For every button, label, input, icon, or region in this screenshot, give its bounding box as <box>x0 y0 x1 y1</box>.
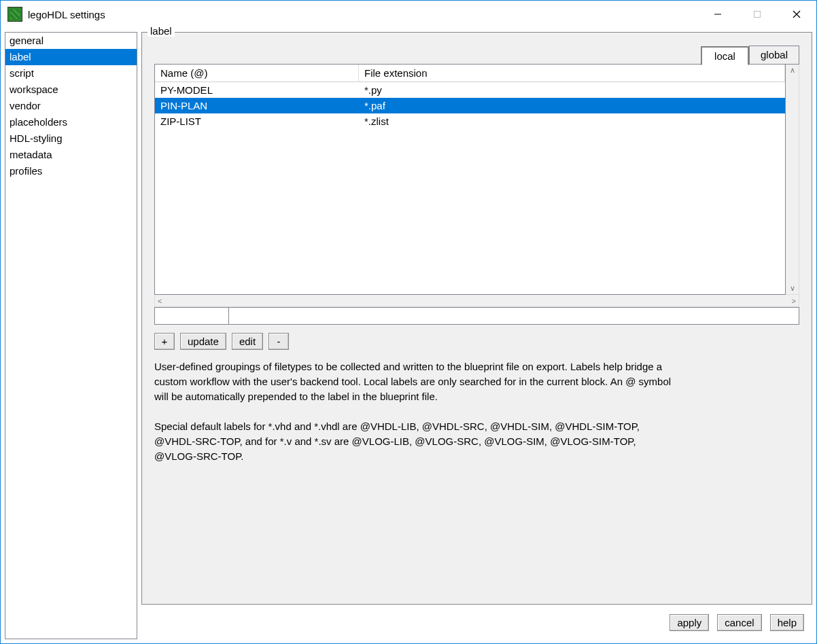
apply-button[interactable]: apply <box>670 614 709 631</box>
window-title: legoHDL settings <box>28 9 105 20</box>
cell-name: PIN-PLAN <box>155 98 359 113</box>
update-button[interactable]: update <box>180 333 226 350</box>
scope-tabs: local global <box>154 45 799 64</box>
sidebar-item-workspace[interactable]: workspace <box>5 82 137 98</box>
client-area: generallabelscriptworkspacevendorplaceho… <box>1 28 816 643</box>
minimize-button[interactable] <box>698 1 737 28</box>
cancel-button[interactable]: cancel <box>717 614 761 631</box>
col-header-name[interactable]: Name (@) <box>155 65 359 82</box>
table-row[interactable]: PIN-PLAN*.paf <box>155 98 785 113</box>
tab-local[interactable]: local <box>701 46 749 65</box>
edit-button[interactable]: edit <box>232 333 263 350</box>
tab-global[interactable]: global <box>749 46 799 65</box>
settings-window: legoHDL settings generallabelscriptworks… <box>0 0 817 644</box>
titlebar[interactable]: legoHDL settings <box>1 1 816 28</box>
label-table[interactable]: Name (@) File extension PY-MODEL*.pyPIN-… <box>154 64 786 295</box>
scroll-right-icon[interactable]: > <box>792 297 796 305</box>
label-ext-input[interactable] <box>229 307 799 325</box>
col-header-ext[interactable]: File extension <box>359 65 785 82</box>
label-name-input[interactable] <box>154 307 229 325</box>
sidebar-item-metadata[interactable]: metadata <box>5 147 137 163</box>
description-paragraph-1: User-defined groupings of filetypes to b… <box>154 359 678 404</box>
edit-buttons: + update edit - <box>154 333 799 350</box>
table-row[interactable]: ZIP-LIST*.zlist <box>155 113 785 129</box>
help-button[interactable]: help <box>770 614 804 631</box>
label-table-frame: Name (@) File extension PY-MODEL*.pyPIN-… <box>154 64 799 295</box>
sidebar-item-script[interactable]: script <box>5 65 137 82</box>
settings-panel: label local global Name (@) File extensi… <box>141 32 812 605</box>
table-body[interactable]: PY-MODEL*.pyPIN-PLAN*.pafZIP-LIST*.zlist <box>155 82 785 294</box>
horizontal-scrollbar[interactable]: < > <box>154 295 799 307</box>
scroll-up-icon[interactable]: ∧ <box>790 65 795 76</box>
scroll-left-icon[interactable]: < <box>158 297 162 305</box>
add-button[interactable]: + <box>154 333 175 350</box>
description: User-defined groupings of filetypes to b… <box>154 359 678 479</box>
cell-ext: *.paf <box>359 98 785 113</box>
sidebar[interactable]: generallabelscriptworkspacevendorplaceho… <box>5 32 137 639</box>
main-area: label local global Name (@) File extensi… <box>137 28 816 643</box>
svg-rect-1 <box>754 12 761 18</box>
sidebar-item-label[interactable]: label <box>5 49 137 65</box>
sidebar-item-placeholders[interactable]: placeholders <box>5 114 137 130</box>
table-row[interactable]: PY-MODEL*.py <box>155 82 785 98</box>
close-button[interactable] <box>777 1 816 28</box>
sidebar-item-general[interactable]: general <box>5 33 137 49</box>
footer-buttons: apply cancel help <box>137 605 816 643</box>
maximize-button <box>737 1 777 28</box>
remove-button[interactable]: - <box>268 333 289 350</box>
cell-ext: *.py <box>359 82 785 98</box>
app-icon <box>7 7 22 22</box>
cell-name: ZIP-LIST <box>155 113 359 129</box>
cell-name: PY-MODEL <box>155 82 359 98</box>
vertical-scrollbar[interactable]: ∧ ∨ <box>786 64 799 295</box>
description-paragraph-2: Special default labels for *.vhd and *.v… <box>154 419 678 464</box>
sidebar-item-profiles[interactable]: profiles <box>5 163 137 179</box>
cell-ext: *.zlist <box>359 113 785 129</box>
panel-title: label <box>147 25 175 37</box>
sidebar-item-vendor[interactable]: vendor <box>5 98 137 114</box>
edit-inputs <box>154 307 799 325</box>
scroll-down-icon[interactable]: ∨ <box>790 283 795 294</box>
table-header[interactable]: Name (@) File extension <box>155 65 785 82</box>
sidebar-item-hdl-styling[interactable]: HDL-styling <box>5 130 137 147</box>
